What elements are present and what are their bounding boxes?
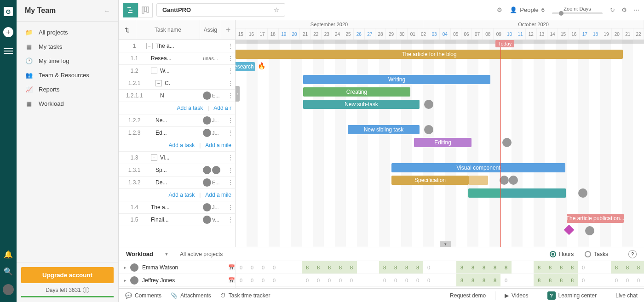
add-column-button[interactable]: + (221, 20, 235, 40)
board-view-button[interactable] (138, 3, 153, 17)
more-icon[interactable]: ⋮ (226, 55, 235, 62)
add-task-link[interactable]: Add a task (168, 192, 195, 198)
task-row[interactable]: 1.2.3Ed...J...⋮ (119, 127, 235, 139)
task-row[interactable]: 1.2−W...⋮ (119, 65, 235, 77)
more-icon[interactable]: ⋮ (226, 167, 235, 173)
collapse-icon[interactable]: − (151, 154, 157, 161)
task-row[interactable]: 1.3−Vi...⋮ (119, 152, 235, 164)
calendar-icon[interactable]: 📅 (228, 264, 235, 271)
gantt-bar[interactable]: Creating (303, 87, 410, 97)
radio-tasks[interactable]: Tasks (585, 251, 608, 257)
gantt-bar[interactable]: The article publication... (567, 214, 624, 223)
nav-my-tasks[interactable]: ▤My tasks (17, 40, 118, 54)
more-icon[interactable]: ⋮ (226, 80, 235, 86)
chat-button[interactable]: Live chat (615, 292, 638, 299)
calendar-icon[interactable]: 📅 (228, 277, 235, 284)
expand-handle[interactable]: ▾ (440, 241, 451, 247)
menu-icon[interactable] (4, 48, 13, 55)
settings-icon[interactable]: ⚙ (621, 6, 627, 13)
gantt-bar[interactable]: Specification (391, 176, 469, 185)
workload-person[interactable]: ▸Emma Watson📅 (119, 261, 235, 274)
bar-avatar[interactable] (502, 138, 512, 147)
gantt-bar[interactable] (469, 176, 488, 185)
task-row[interactable]: 1.1Resea...unas...⋮ (119, 52, 235, 65)
project-name[interactable]: GanttPRO ☆ (156, 3, 285, 17)
col-assignee[interactable]: Assig (200, 20, 221, 40)
more-icon[interactable]: ⋮ (226, 179, 235, 186)
add-milestone-link[interactable]: Add a mile (205, 192, 231, 198)
bar-avatar[interactable] (509, 176, 518, 185)
user-avatar[interactable] (3, 284, 14, 295)
add-button[interactable]: + (3, 27, 13, 37)
milestone[interactable] (564, 225, 575, 235)
more-icon[interactable]: ⋮ (226, 117, 235, 124)
nav-all-projects[interactable]: 📁All projects (17, 25, 118, 40)
demo-button[interactable]: Request demo (450, 292, 486, 299)
add-milestone-link[interactable]: Add a mile (205, 142, 231, 148)
comments-button[interactable]: 💬Comments (125, 292, 161, 299)
collapse-handle[interactable]: ‹ (236, 86, 240, 102)
gantt-bar[interactable]: New sibling task (348, 125, 420, 134)
bar-avatar[interactable] (424, 125, 433, 134)
col-task-name[interactable]: Task name (136, 20, 200, 40)
gantt-bar[interactable]: Research (236, 62, 255, 71)
task-row[interactable]: 1.5Finali...V...⋮ (119, 214, 235, 226)
history-icon[interactable]: ↻ (610, 6, 615, 13)
gantt-bar[interactable]: New sub-task (303, 100, 420, 109)
attachments-button[interactable]: 📎Attachments (171, 292, 211, 299)
gantt-bar[interactable]: Visual component (391, 163, 565, 172)
search-icon[interactable]: 🔍 (4, 267, 13, 276)
collapse-icon[interactable]: − (151, 68, 157, 74)
filter-icon[interactable]: ⚙ (497, 6, 502, 13)
chart-body[interactable]: Today ‹ ▾ The article for the blogResear… (236, 40, 644, 247)
task-row[interactable]: 1.2.1.1NE...⋮ (119, 90, 235, 102)
chevron-down-icon[interactable]: ▼ (164, 251, 169, 256)
gantt-bar[interactable]: The article for the blog (236, 50, 623, 59)
collapse-icon[interactable]: − (155, 80, 162, 86)
bar-avatar[interactable] (578, 188, 587, 198)
more-icon[interactable]: ⋯ (633, 6, 639, 13)
zoom-control[interactable]: Zoom: Days (552, 6, 603, 14)
nav-reports[interactable]: 📈Reports (17, 82, 118, 97)
task-row[interactable]: 1−The a...⋮ (119, 40, 235, 52)
radio-hours[interactable]: Hours (550, 251, 574, 257)
more-icon[interactable]: ⋮ (226, 130, 235, 136)
add-milestone-link[interactable]: Add a r (213, 105, 231, 111)
collapse-sidebar-icon[interactable]: ← (104, 7, 110, 14)
task-row[interactable]: 1.2.2Ne...J...⋮ (119, 114, 235, 127)
chevron-icon[interactable]: ▸ (124, 278, 126, 283)
bell-icon[interactable]: 🔔 (4, 250, 13, 259)
scroll-strip[interactable] (236, 40, 644, 44)
zoom-slider[interactable] (552, 12, 603, 14)
sort-icon[interactable]: ⇅ (119, 20, 136, 40)
bar-avatar[interactable] (424, 100, 433, 109)
star-icon[interactable]: ☆ (274, 6, 279, 13)
add-task-link[interactable]: Add a task (168, 142, 195, 148)
nav-workload[interactable]: ▦Workload (17, 97, 118, 111)
info-icon[interactable]: i (83, 287, 89, 293)
gantt-bar[interactable] (501, 188, 566, 198)
task-row[interactable]: 1.2.1−C.⋮ (119, 77, 235, 90)
nav-time-log[interactable]: 🕐My time log (17, 54, 118, 68)
gantt-bar[interactable]: Writing (303, 75, 490, 84)
nav-team[interactable]: 👥Team & Resources (17, 68, 118, 82)
people-button[interactable]: 👤 People 6 (510, 6, 545, 13)
more-icon[interactable]: ⋮ (226, 43, 235, 49)
task-row[interactable]: 1.4The a...J...⋮ (119, 201, 235, 214)
gantt-bar[interactable]: Editing (414, 138, 472, 147)
more-icon[interactable]: ⋮ (226, 204, 235, 211)
task-row[interactable]: 1.3.2De...E...⋮ (119, 177, 235, 189)
more-icon[interactable]: ⋮ (226, 217, 235, 223)
add-task-link[interactable]: Add a task (177, 105, 203, 111)
more-icon[interactable]: ⋮ (226, 92, 235, 99)
tracker-button[interactable]: ⏱Task time tracker (220, 292, 270, 299)
bar-avatar[interactable] (500, 176, 509, 185)
chevron-icon[interactable]: ▸ (124, 265, 126, 270)
workload-person[interactable]: ▸Jeffrey Jones📅 (119, 274, 235, 287)
more-icon[interactable]: ⋮ (226, 68, 235, 74)
bar-avatar[interactable] (585, 226, 594, 235)
app-logo[interactable]: G (4, 7, 13, 16)
upgrade-button[interactable]: Upgrade account (21, 267, 114, 283)
learning-button[interactable]: ?Learning center (547, 291, 597, 300)
workload-filter[interactable]: All active projects (180, 251, 223, 257)
